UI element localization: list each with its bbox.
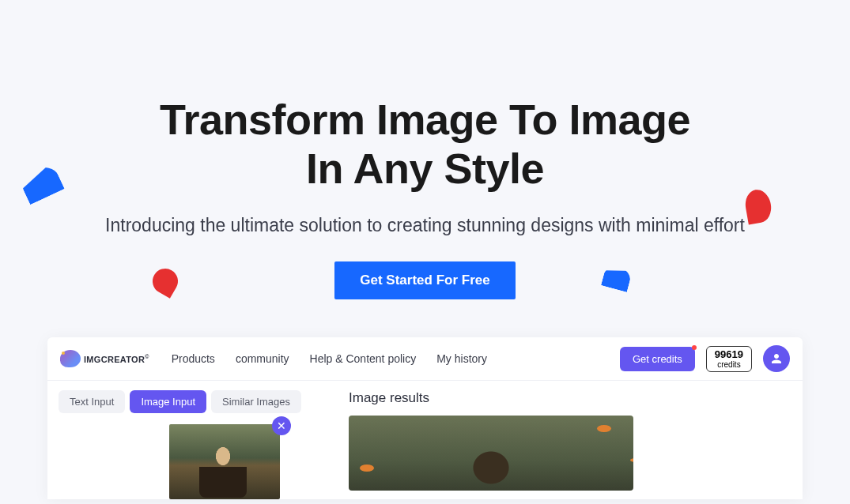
remove-image-button[interactable]: ✕ bbox=[272, 416, 291, 435]
tab-text-input[interactable]: Text Input bbox=[59, 390, 125, 413]
app-preview: IMGCREATOR© Products community Help & Co… bbox=[47, 337, 803, 499]
app-navbar: IMGCREATOR© Products community Help & Co… bbox=[47, 337, 803, 381]
logo[interactable]: IMGCREATOR© bbox=[60, 350, 149, 367]
credits-counter[interactable]: 99619 credits bbox=[706, 346, 752, 372]
get-credits-button[interactable]: Get credits bbox=[620, 347, 695, 371]
nav-link-help[interactable]: Help & Content policy bbox=[310, 352, 417, 365]
decorative-shape bbox=[148, 264, 183, 299]
person-icon bbox=[769, 352, 784, 366]
credits-count: 99619 bbox=[715, 349, 743, 360]
nav-link-community[interactable]: community bbox=[236, 352, 289, 365]
nav-link-products[interactable]: Products bbox=[172, 352, 215, 365]
result-image[interactable] bbox=[349, 416, 633, 491]
user-avatar[interactable] bbox=[763, 345, 790, 372]
logo-icon bbox=[60, 350, 81, 367]
input-image-thumbnail[interactable] bbox=[169, 424, 280, 499]
credits-label: credits bbox=[715, 360, 743, 369]
nav-link-history[interactable]: My history bbox=[436, 352, 487, 365]
hero-title: Transform Image To Image In Any Style bbox=[0, 95, 850, 193]
logo-text: IMGCREATOR© bbox=[84, 354, 149, 364]
input-tabs: Text Input Image Input Similar Images bbox=[59, 390, 301, 413]
hero-subtitle: Introducing the ultimate solution to cre… bbox=[0, 215, 850, 236]
decorative-shape bbox=[601, 264, 633, 292]
get-started-button[interactable]: Get Started For Free bbox=[334, 261, 515, 299]
results-heading: Image results bbox=[349, 390, 791, 406]
tab-similar-images[interactable]: Similar Images bbox=[211, 390, 301, 413]
tab-image-input[interactable]: Image Input bbox=[130, 390, 206, 413]
close-icon: ✕ bbox=[277, 419, 286, 432]
